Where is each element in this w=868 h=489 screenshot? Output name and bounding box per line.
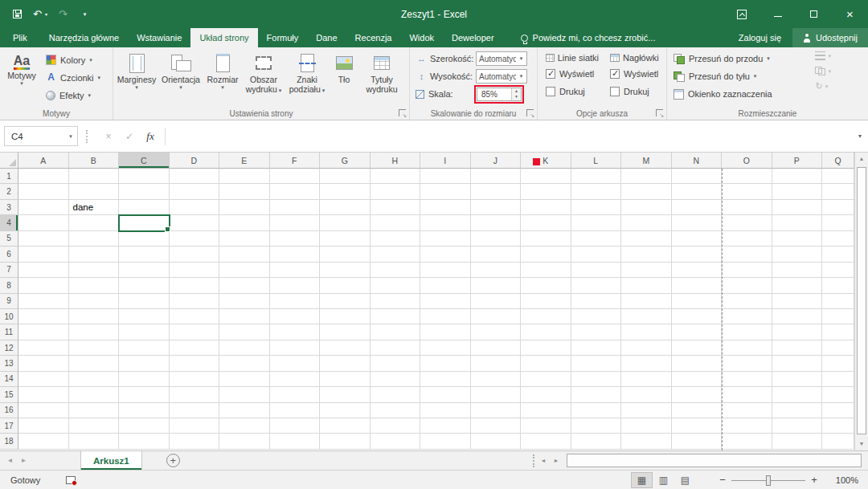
row-header-11[interactable]: 11: [0, 324, 18, 340]
cell-J1[interactable]: [471, 169, 522, 184]
cell-O15[interactable]: [722, 387, 772, 402]
cell-K4[interactable]: [521, 215, 571, 230]
cell-Q16[interactable]: [822, 403, 854, 418]
cell-D7[interactable]: [170, 263, 220, 278]
background-button[interactable]: Tło: [329, 50, 359, 96]
row-header-8[interactable]: 8: [0, 278, 18, 293]
cell-G1[interactable]: [320, 169, 371, 184]
cell-A12[interactable]: [18, 340, 69, 356]
hscroll-left-icon[interactable]: ◄: [537, 458, 550, 463]
column-header-J[interactable]: J: [471, 153, 522, 169]
cell-G18[interactable]: [320, 434, 371, 449]
cell-M3[interactable]: [621, 200, 672, 215]
column-header-E[interactable]: E: [219, 153, 270, 169]
tab-developer[interactable]: Deweloper: [443, 28, 503, 47]
column-header-N[interactable]: N: [672, 153, 723, 169]
cell-O13[interactable]: [722, 356, 772, 371]
cell-C3[interactable]: [119, 200, 170, 215]
cell-O5[interactable]: [722, 231, 772, 247]
cell-F3[interactable]: [270, 200, 321, 215]
cell-L10[interactable]: [571, 309, 622, 324]
cell-K13[interactable]: [521, 356, 571, 371]
name-box[interactable]: C4 ▾: [4, 126, 78, 146]
row-header-18[interactable]: 18: [0, 434, 18, 449]
cell-B10[interactable]: [69, 309, 120, 324]
cell-M13[interactable]: [621, 356, 672, 371]
cell-C5[interactable]: [119, 231, 170, 247]
cell-Q4[interactable]: [822, 215, 854, 230]
cell-Q18[interactable]: [822, 434, 854, 449]
cell-N8[interactable]: [672, 278, 723, 293]
formula-input[interactable]: [170, 126, 852, 146]
row-header-6[interactable]: 6: [0, 247, 18, 262]
cell-K15[interactable]: [521, 387, 571, 402]
tab-page-layout[interactable]: Układ strony: [190, 28, 257, 47]
cell-Q1[interactable]: [822, 169, 854, 184]
cell-N13[interactable]: [672, 356, 723, 371]
vertical-scroll-thumb[interactable]: [857, 167, 866, 434]
cell-P12[interactable]: [772, 340, 823, 356]
cell-H14[interactable]: [371, 372, 421, 387]
cell-O18[interactable]: [722, 434, 772, 449]
cell-B15[interactable]: [69, 387, 120, 402]
theme-colors-button[interactable]: Kolory ▾: [44, 52, 102, 67]
cell-B16[interactable]: [69, 403, 120, 418]
cell-H8[interactable]: [371, 278, 421, 293]
tab-file[interactable]: Plik: [0, 28, 40, 47]
cell-D18[interactable]: [170, 434, 220, 449]
cell-D16[interactable]: [170, 403, 220, 418]
cell-C9[interactable]: [119, 294, 170, 309]
row-header-15[interactable]: 15: [0, 387, 18, 402]
cell-Q12[interactable]: [822, 340, 854, 356]
cell-A16[interactable]: [18, 403, 69, 418]
print-titles-button[interactable]: Tytuły wydruku: [359, 50, 404, 96]
cell-I1[interactable]: [420, 169, 471, 184]
cell-M5[interactable]: [621, 231, 672, 247]
cell-O9[interactable]: [722, 294, 772, 309]
view-page-layout-button[interactable]: ▥: [653, 472, 674, 488]
cell-P18[interactable]: [772, 434, 823, 449]
cell-Q9[interactable]: [822, 294, 854, 309]
cell-I15[interactable]: [420, 387, 471, 402]
cell-D9[interactable]: [170, 294, 220, 309]
cell-D12[interactable]: [170, 340, 220, 356]
cell-O4[interactable]: [722, 215, 772, 230]
cell-H17[interactable]: [371, 418, 421, 434]
cell-C18[interactable]: [119, 434, 170, 449]
share-button[interactable]: Udostępnij: [792, 28, 868, 47]
cell-G4[interactable]: [320, 215, 371, 230]
cell-J6[interactable]: [471, 247, 522, 262]
cell-M14[interactable]: [621, 372, 672, 387]
cell-H5[interactable]: [371, 231, 421, 247]
headings-view-checkbox-row[interactable]: Wyświetl: [610, 65, 663, 83]
cell-A6[interactable]: [18, 247, 69, 262]
cell-E18[interactable]: [219, 434, 270, 449]
column-header-B[interactable]: B: [69, 153, 120, 169]
cell-C6[interactable]: [119, 247, 170, 262]
send-backward-button[interactable]: Przesuń do tyłu ▾: [674, 68, 868, 84]
cell-F15[interactable]: [270, 387, 321, 402]
cell-J8[interactable]: [471, 278, 522, 293]
cell-M4[interactable]: [621, 215, 672, 230]
cell-P7[interactable]: [772, 263, 823, 278]
cell-G6[interactable]: [320, 247, 371, 262]
cell-L11[interactable]: [571, 324, 622, 340]
cell-L15[interactable]: [571, 387, 622, 402]
cell-H7[interactable]: [371, 263, 421, 278]
cell-K1[interactable]: [521, 169, 571, 184]
cell-P5[interactable]: [772, 231, 823, 247]
cell-L9[interactable]: [571, 294, 622, 309]
row-header-13[interactable]: 13: [0, 356, 18, 371]
cell-N6[interactable]: [672, 247, 723, 262]
align-button[interactable]: ▾: [815, 51, 831, 60]
cell-J5[interactable]: [471, 231, 522, 247]
breaks-button[interactable]: Znaki podziału▾: [285, 50, 329, 96]
cell-L6[interactable]: [571, 247, 622, 262]
themes-button[interactable]: Aa Motywy ▾: [3, 50, 40, 103]
cell-J13[interactable]: [471, 356, 522, 371]
cell-Q8[interactable]: [822, 278, 854, 293]
cell-E7[interactable]: [219, 263, 270, 278]
cell-I5[interactable]: [420, 231, 471, 247]
sheet-nav-right-icon[interactable]: ►: [17, 451, 31, 470]
cell-E11[interactable]: [219, 324, 270, 340]
